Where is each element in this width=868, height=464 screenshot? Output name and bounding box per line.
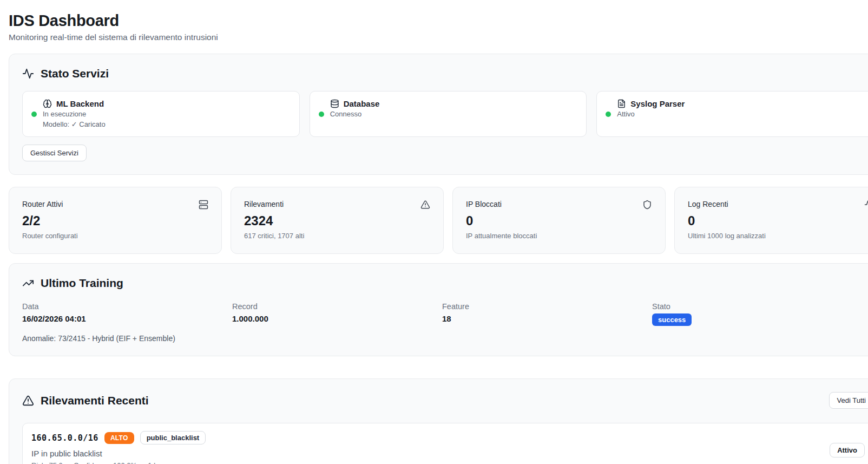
stat-subtext: Router configurati	[22, 231, 208, 240]
stat-value: 0	[466, 213, 652, 229]
server-icon	[199, 200, 208, 210]
status-dot	[31, 112, 37, 117]
service-item-syslog-parser: Syslog Parser Attivo	[596, 91, 868, 137]
service-status: In esecuzione	[43, 110, 106, 118]
trending-up-icon	[22, 277, 34, 289]
services-heading: Stato Servizi	[41, 67, 109, 80]
detection-row: 160.65.0.0/16 ALTO public_blacklist IP i…	[22, 423, 868, 464]
services-card-header: Stato Servizi	[22, 67, 868, 80]
stat-subtext: IP attualmente bloccati	[466, 231, 652, 240]
services-grid: ML Backend In esecuzione Modello: ✓ Cari…	[22, 91, 868, 137]
detection-meta: Risk: 75.0 — Confidence: 100.0% — 1 log	[31, 461, 830, 464]
detection-ip: 160.65.0.0/16	[31, 433, 98, 443]
field-value: 16/02/2026 04:01	[22, 313, 232, 324]
stat-value: 2/2	[22, 213, 208, 229]
training-field-data: Data 16/02/2026 04:01	[22, 302, 232, 326]
service-name: Database	[344, 99, 380, 108]
field-label: Stato	[652, 302, 862, 312]
detection-tag-badge: public_blacklist	[140, 431, 206, 445]
service-detail: Modello: ✓ Caricato	[43, 120, 106, 128]
stat-value: 2324	[244, 213, 430, 229]
field-label: Feature	[442, 302, 652, 312]
detections-card-header: Rilevamenti Recenti Vedi Tutti	[22, 392, 868, 409]
services-card: Stato Servizi ML Backend In esecuzione M…	[9, 54, 868, 175]
field-value: 18	[442, 313, 652, 324]
status-badge: success	[652, 313, 692, 326]
stat-card-log-recenti: Log Recenti 0 Ultimi 1000 log analizzati	[674, 187, 868, 254]
dashboard-page: IDS Dashboard Monitoring real-time del s…	[0, 0, 868, 464]
manage-services-button[interactable]: Gestisci Servizi	[22, 145, 87, 161]
severity-badge: ALTO	[104, 432, 134, 444]
service-name: Syslog Parser	[630, 99, 685, 108]
training-field-feature: Feature 18	[442, 302, 652, 326]
alert-triangle-icon	[22, 395, 34, 407]
stat-label: IP Bloccati	[466, 199, 502, 210]
status-dot	[606, 112, 611, 117]
field-label: Data	[22, 302, 232, 312]
detections-heading: Rilevamenti Recenti	[41, 394, 149, 407]
shield-icon	[642, 200, 652, 210]
stat-label: Rilevamenti	[244, 199, 284, 210]
field-value: 1.000.000	[232, 313, 442, 324]
database-icon	[330, 99, 339, 108]
status-dot	[319, 112, 324, 117]
detections-card: Rilevamenti Recenti Vedi Tutti 160.65.0.…	[9, 378, 868, 464]
detection-state-badge: Attivo	[830, 443, 865, 458]
training-heading: Ultimo Training	[41, 277, 123, 290]
stat-subtext: Ultimi 1000 log analizzati	[688, 231, 868, 240]
stats-row: Router Attivi 2/2 Router configurati Ril…	[9, 187, 868, 254]
stat-card-ip-bloccati: IP Bloccati 0 IP attualmente bloccati	[452, 187, 666, 254]
service-item-ml-backend: ML Backend In esecuzione Modello: ✓ Cari…	[22, 91, 300, 137]
activity-icon	[22, 68, 34, 80]
stat-card-rilevamenti: Rilevamenti 2324 617 critici, 1707 alti	[231, 187, 444, 254]
training-field-stato: Stato success	[652, 302, 862, 326]
training-field-record: Record 1.000.000	[232, 302, 442, 326]
alert-triangle-icon	[420, 200, 430, 210]
page-title: IDS Dashboard	[9, 12, 868, 30]
service-status: Attivo	[617, 110, 685, 118]
stat-card-router-attivi: Router Attivi 2/2 Router configurati	[9, 187, 222, 254]
training-card: Ultimo Training Data 16/02/2026 04:01 Re…	[9, 263, 868, 356]
stat-label: Log Recenti	[688, 199, 728, 210]
training-card-header: Ultimo Training	[22, 277, 868, 290]
training-fields: Data 16/02/2026 04:01 Record 1.000.000 F…	[22, 302, 868, 326]
activity-icon	[864, 200, 868, 210]
file-text-icon	[617, 99, 626, 108]
service-status: Connesso	[330, 110, 380, 118]
field-label: Record	[232, 302, 442, 312]
page-subtitle: Monitoring real-time del sistema di rile…	[9, 32, 868, 42]
stat-subtext: 617 critici, 1707 alti	[244, 231, 430, 240]
stat-label: Router Attivi	[22, 199, 63, 210]
service-item-database: Database Connesso	[310, 91, 587, 137]
training-footnote: Anomalie: 73/2415 - Hybrid (EIF + Ensemb…	[22, 334, 868, 343]
view-all-button[interactable]: Vedi Tutti	[829, 392, 868, 409]
detection-description: IP in public blacklist	[31, 449, 830, 458]
brain-icon	[43, 99, 52, 108]
stat-value: 0	[688, 213, 868, 229]
service-name: ML Backend	[56, 99, 104, 108]
